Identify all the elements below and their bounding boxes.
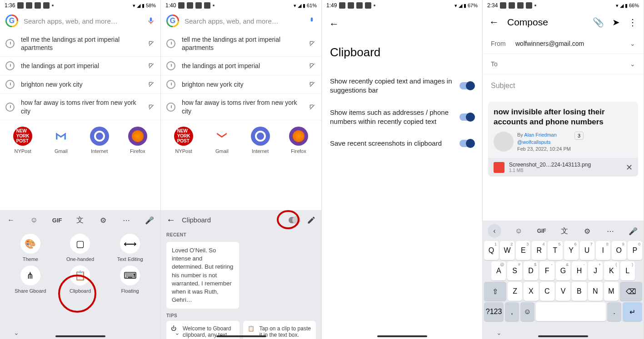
suggestion-row[interactable]: tell me the landings at port imperial ap… — [0, 31, 160, 57]
attach-icon[interactable]: 📎 — [593, 17, 604, 28]
back-arrow-icon[interactable]: ← — [489, 16, 499, 28]
key-t[interactable]: T5 — [548, 241, 562, 260]
suggestion-row[interactable]: brighton new york city — [161, 75, 321, 94]
insert-arrow-icon[interactable] — [309, 40, 316, 47]
clipboard-item[interactable]: Loved O'Neil. So intense and determined.… — [166, 242, 239, 309]
from-field[interactable]: From wolfwinners@gmail.com ⌄ — [483, 34, 644, 54]
settings-gear-icon[interactable]: ⚙ — [98, 215, 109, 226]
search-bar[interactable]: Search apps, web, and more… — [161, 11, 321, 31]
key-j[interactable]: J+ — [588, 261, 603, 280]
remove-attachment-icon[interactable]: ✕ — [626, 162, 633, 172]
insert-arrow-icon[interactable] — [148, 81, 155, 88]
sticker-icon[interactable]: ☺ — [513, 226, 524, 236]
key-n[interactable]: N — [588, 282, 603, 301]
chevron-down-icon[interactable]: ⌄ — [496, 329, 502, 336]
app-firefox[interactable]: Firefox — [283, 127, 315, 154]
edit-pencil-icon[interactable] — [307, 216, 316, 225]
gif-icon[interactable]: GIF — [536, 226, 547, 236]
comma-key[interactable]: , — [505, 302, 519, 321]
mic-icon[interactable]: 🎤 — [628, 226, 639, 236]
gboard-text-editing[interactable]: ⟷Text Editing — [107, 234, 153, 262]
gboard-share[interactable]: ⋔Share Gboard — [7, 265, 54, 294]
insert-arrow-icon[interactable] — [309, 81, 316, 88]
switch-toggle[interactable] — [459, 82, 474, 89]
period-key[interactable]: . — [607, 302, 621, 321]
gboard-one-handed[interactable]: ▢One-handed — [57, 234, 104, 262]
key-c[interactable]: C — [540, 282, 554, 301]
app-nypost[interactable]: NEWYORKPOSTNYPost — [168, 127, 200, 154]
key-a[interactable]: A@ — [491, 261, 506, 280]
key-m[interactable]: M — [604, 282, 619, 301]
app-internet[interactable]: Internet — [84, 127, 115, 154]
suggestion-row[interactable]: tell me the landings at port imperial ap… — [161, 31, 321, 57]
settings-gear-icon[interactable]: ⚙ — [582, 226, 593, 236]
chevron-down-icon[interactable]: ⌄ — [175, 329, 180, 336]
mic-icon[interactable] — [308, 16, 316, 26]
backspace-key[interactable]: ⌫ — [620, 282, 642, 301]
gif-icon[interactable]: GIF — [52, 215, 63, 226]
key-g[interactable]: G& — [556, 261, 570, 280]
app-firefox[interactable]: Firefox — [122, 127, 154, 154]
key-u[interactable]: U7 — [580, 241, 594, 260]
translate-icon[interactable]: 文 — [75, 215, 85, 226]
space-key[interactable] — [536, 302, 606, 321]
suggestion-row[interactable]: the landings at port imperial — [161, 57, 321, 75]
key-d[interactable]: D$ — [524, 261, 538, 280]
subject-field[interactable]: Subject — [483, 74, 644, 97]
suggestion-row[interactable]: brighton new york city — [0, 75, 160, 94]
key-f[interactable]: F- — [539, 261, 554, 280]
symbols-key[interactable]: ?123 — [484, 302, 504, 321]
chevron-down-icon[interactable]: ⌄ — [14, 329, 19, 336]
nav-handle[interactable] — [377, 335, 427, 337]
app-internet[interactable]: Internet — [245, 127, 276, 154]
translate-icon[interactable]: 文 — [559, 226, 570, 236]
insert-arrow-icon[interactable] — [148, 103, 155, 111]
back-arrow-icon[interactable]: ← — [166, 215, 175, 225]
key-p[interactable]: P0 — [628, 241, 642, 260]
chevron-down-icon[interactable]: ⌄ — [630, 40, 635, 47]
key-s[interactable]: S# — [507, 261, 522, 280]
key-w[interactable]: W2 — [500, 241, 514, 260]
nav-handle[interactable] — [55, 335, 105, 337]
gboard-theme[interactable]: 🎨Theme — [7, 234, 54, 262]
key-v[interactable]: V — [556, 282, 570, 301]
back-arrow-icon[interactable]: ← — [5, 215, 16, 226]
key-y[interactable]: Y6 — [564, 241, 579, 260]
suggestion-row[interactable]: the landings at port imperial — [0, 57, 160, 75]
switch-toggle[interactable] — [459, 140, 474, 147]
setting-row[interactable]: Show recently copied text and images in … — [322, 70, 482, 102]
more-icon[interactable]: ⋮ — [628, 17, 637, 28]
mic-icon[interactable]: 🎤 — [144, 215, 155, 226]
key-z[interactable]: Z — [508, 282, 522, 301]
key-x[interactable]: X — [524, 282, 538, 301]
more-icon[interactable]: ⋯ — [605, 226, 616, 236]
chevron-down-icon[interactable]: ⌄ — [630, 60, 635, 68]
back-arrow-icon[interactable]: ← — [322, 11, 482, 37]
to-field[interactable]: To ⌄ — [483, 54, 644, 74]
nav-handle[interactable] — [538, 335, 588, 337]
emoji-key[interactable]: ☺ — [520, 302, 534, 321]
key-l[interactable]: L) — [620, 261, 635, 280]
app-gmail[interactable]: Gmail — [206, 127, 238, 154]
insert-arrow-icon[interactable] — [148, 40, 155, 47]
sticker-icon[interactable]: ☺ — [29, 215, 40, 226]
key-e[interactable]: E3 — [516, 241, 530, 260]
setting-row[interactable]: Show items such as addresses / phone num… — [322, 102, 482, 133]
suggestion-row[interactable]: how far away is toms river from new york… — [0, 94, 160, 120]
more-icon[interactable]: ⋯ — [121, 215, 132, 226]
key-i[interactable]: I8 — [596, 241, 610, 260]
suggestion-row[interactable]: how far away is toms river from new york… — [161, 94, 321, 120]
nav-handle[interactable] — [216, 335, 266, 337]
app-nypost[interactable]: NEWYORKPOSTNYPost — [7, 127, 39, 154]
mic-icon[interactable] — [147, 16, 155, 26]
key-r[interactable]: R4 — [532, 241, 546, 260]
key-k[interactable]: K( — [604, 261, 619, 280]
insert-arrow-icon[interactable] — [148, 62, 155, 69]
key-q[interactable]: Q1 — [484, 241, 499, 260]
key-b[interactable]: B — [572, 282, 586, 301]
gboard-clipboard[interactable]: 📋Clipboard — [57, 265, 104, 294]
gboard-floating[interactable]: ⌨Floating — [107, 265, 153, 294]
setting-row[interactable]: Save recent screenshots in clipboard — [322, 133, 482, 154]
chevron-left-icon[interactable]: ‹ — [488, 224, 501, 238]
switch-toggle[interactable] — [459, 113, 474, 121]
